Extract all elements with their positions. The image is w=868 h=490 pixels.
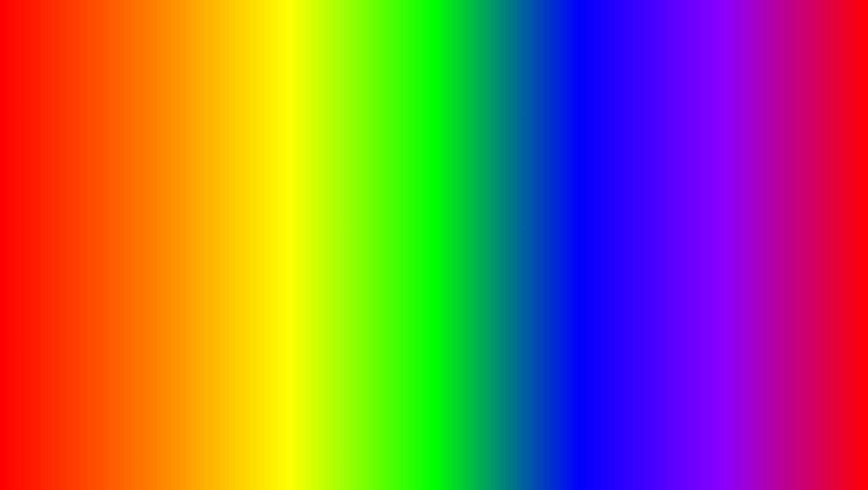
bf-logo-text: BLOX FRUITS: [785, 451, 828, 477]
toggle-checkbox-auto-start[interactable]: [250, 231, 258, 239]
toggle-divider-r2: [669, 255, 670, 264]
select-dungeon-label: Select Dungeon : Bird: Phoenix: [91, 193, 173, 200]
title-r: R: [457, 10, 506, 80]
sidebar-item-misc[interactable]: Misc: [48, 267, 80, 281]
select-monster-label: Select Monster :: [658, 236, 700, 243]
bf-logo-skull: 💀: [788, 413, 824, 449]
select-dungeon-dropdown[interactable]: Select Dungeon : Bird: Phoenix ▼: [86, 190, 260, 203]
bottom-auto-text: AUTO: [161, 426, 275, 471]
toggle-checkbox-farm-monster[interactable]: [817, 256, 825, 264]
char-hair: [398, 285, 470, 330]
fps-value-right: 42: [821, 147, 827, 153]
svg-point-1: [88, 126, 92, 130]
sidebar-item-stats[interactable]: Stats: [48, 181, 80, 194]
sidebar-item-fruit-esp[interactable]: Fruit+Esp: [48, 238, 80, 252]
ping-value-right: 75.3956 (20%CV): [784, 165, 827, 171]
sidebar-item-main[interactable]: Main: [614, 181, 646, 194]
ping-label-left: [Ping] :: [199, 165, 215, 171]
toggle-divider-4: [103, 267, 103, 276]
svg-point-11: [537, 126, 542, 130]
user-avatar-right: [617, 161, 630, 174]
toggle-icon-1: [88, 211, 99, 222]
toggle-divider-2: [103, 230, 103, 239]
time-value-left: 08:37:21: [203, 147, 224, 153]
svg-point-14: [672, 131, 677, 135]
fps-value-left: 19: [254, 147, 260, 153]
sidebar-item-teleport-r[interactable]: Teleport: [614, 267, 646, 281]
toggle-checkbox-auto-buy[interactable]: [250, 212, 258, 220]
svg-point-10: [492, 131, 497, 135]
game-title-left: Blox Fruit UPD 18: [102, 147, 148, 153]
bf-fruits: FRUITS: [785, 463, 828, 477]
sidebar-item-race-v4[interactable]: Race V4: [614, 224, 646, 237]
panel-sidebar-left: Stats Player Teleport Dungeon Fruit+Esp …: [46, 176, 82, 302]
svg-point-15: [717, 126, 722, 130]
panel-content-left: Use in Dungeon Only! Select Dungeon : Bi…: [82, 176, 264, 302]
bottom-auto: AUTO FARM: [161, 426, 408, 472]
bottom-pastebin-text: PASTEBIN: [545, 431, 707, 468]
toggle-icon-r2: [655, 254, 666, 265]
toggle-label-auto-next: Auto Next Island: [107, 250, 246, 257]
title-b: B: [204, 10, 253, 80]
separator-right: [653, 220, 827, 221]
sidebar-item-shop[interactable]: Shop: [48, 253, 80, 266]
toggle-label-auto-start: Auto Start Dungeon: [107, 232, 246, 238]
lights-string: [0, 126, 868, 139]
user-area-left: XxArSendxX: [50, 161, 97, 174]
bottom-farm-text: FARM: [294, 426, 408, 471]
panel-row2-left: XxArSendxX Hr(s) : 0 Min(s) : 2 Sec(s) :…: [46, 160, 264, 176]
panel-body-right: Main Settings Weapons Race V4 Stats Play…: [613, 176, 831, 302]
svg-point-13: [627, 126, 632, 130]
username-left: XxArSendxX: [67, 165, 97, 171]
time-info-left: [Time] : 08:37:21 [FPS] : 19: [179, 147, 260, 153]
toggle-divider-r1: [669, 203, 670, 212]
title-l: L: [253, 10, 295, 80]
ping-value-left: 82.8596 (15%CV): [217, 165, 260, 171]
fps-label-left: [FPS] :: [231, 147, 247, 153]
svg-point-17: [807, 126, 812, 130]
sidebar-item-stats-r[interactable]: Stats: [614, 238, 646, 252]
ping-label-right: [Ping] :: [765, 165, 782, 171]
sidebar-item-teleport[interactable]: Teleport: [48, 209, 80, 223]
svg-point-5: [268, 126, 272, 130]
toggle-auto-start: Auto Start Dungeon: [86, 226, 260, 244]
sidebar-item-dungeon[interactable]: Dungeon: [48, 224, 80, 237]
sidebar-item-player-r[interactable]: Player: [614, 253, 646, 266]
toggle-checkbox-start-auto[interactable]: [817, 203, 825, 211]
monster-dropdown-arrow: ▼: [816, 237, 822, 243]
char-torso: [403, 355, 465, 409]
panel-content-right: Select Mode Farm : ▼ Start Auto Farm Oth…: [649, 176, 831, 302]
bottom-text: AUTO FARM SCRIPT PASTEBIN: [0, 426, 868, 472]
hr-value-left: Hr(s) : 0 Min(s) : 2 Sec(s) : 35: [112, 165, 183, 171]
other-label: Other: [653, 224, 827, 231]
time-info-right: [Time] : 08:36:54 [FPS] : 42: [745, 147, 827, 153]
hub-name-left: FTS X HUB: [67, 147, 98, 153]
panel-header-left: FTS X HUB Blox Fruit UPD 18 [Time] : 08:…: [46, 140, 264, 160]
svg-point-3: [178, 126, 182, 130]
toggle-icon-2: [88, 229, 99, 240]
toggle-icon-3: [88, 248, 99, 258]
sidebar-item-player[interactable]: Player: [48, 195, 80, 209]
sidebar-item-weapons[interactable]: Weapons: [614, 209, 646, 223]
hr-info-left: Hr(s) : 0 Min(s) : 2 Sec(s) : 35: [112, 165, 183, 171]
user-avatar-left: [50, 161, 63, 174]
dungeon-dropdown-arrow: ▼: [250, 193, 255, 200]
hr-info-right: Hr(s) : 0 Min(s) : 2 Sec(s) : 8: [680, 165, 748, 171]
panel-header-right: FTS X HUB Blox Fruit UPD 18 [Time] : 08:…: [613, 140, 831, 160]
select-mode-farm-dropdown[interactable]: Select Mode Farm : ▼: [653, 181, 827, 194]
hub-name-right: FTS X HUB: [634, 147, 665, 153]
svg-point-9: [447, 126, 452, 130]
title-f: F: [415, 10, 457, 80]
svg-point-8: [403, 131, 407, 135]
toggle-checkbox-auto-next[interactable]: [250, 249, 258, 257]
title-s: S: [618, 10, 663, 80]
sidebar-item-settings[interactable]: Settings: [614, 195, 646, 209]
panel-header-right-content: FTS X HUB Blox Fruit UPD 18: [617, 143, 715, 156]
select-mode-label: Select Mode Farm :: [658, 184, 709, 191]
game-title-right: Blox Fruit UPD 18: [668, 147, 715, 153]
panel-logo-left: [50, 143, 64, 156]
time-value-right: 08:36:54: [770, 147, 791, 153]
select-monster-dropdown[interactable]: Select Monster : ▼: [653, 233, 827, 246]
toggle-checkbox-kill-aura[interactable]: [250, 267, 258, 276]
building-right: [666, 342, 711, 423]
